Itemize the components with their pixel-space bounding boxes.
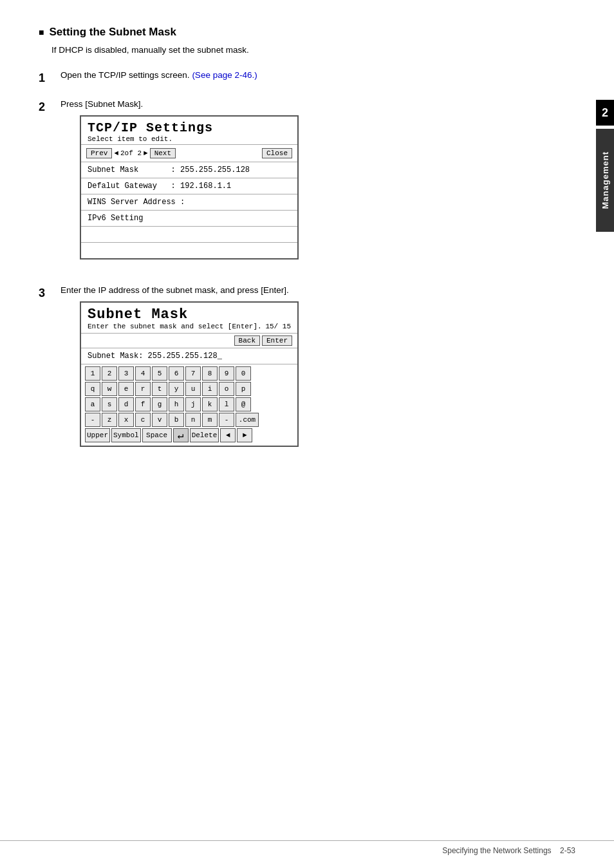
- kb-key-m[interactable]: m: [202, 413, 218, 427]
- kb-key-t[interactable]: t: [152, 382, 167, 396]
- subnet-counter: 15/ 15: [265, 323, 291, 330]
- kb-key-u[interactable]: u: [185, 382, 201, 396]
- page-container: 2 Management Setting the Subnet Mask If …: [0, 0, 614, 868]
- kb-key-dotcom[interactable]: .com: [236, 413, 259, 427]
- kb-key-symbol[interactable]: Symbol: [111, 428, 141, 442]
- kb-key-3[interactable]: 3: [118, 366, 134, 381]
- tcpip-page-info: 2of 2: [120, 149, 142, 157]
- step-2-content: Press [Subnet Mask]. TCP/IP Settings Sel…: [60, 99, 575, 272]
- step-1-text: Open the TCP/IP settings screen. (See pa…: [60, 70, 575, 80]
- subnet-subtitle: Enter the subnet mask and select [Enter]…: [88, 323, 262, 330]
- kb-key-q[interactable]: q: [85, 382, 100, 396]
- tcpip-arrow-right: ►: [144, 149, 148, 157]
- kb-key-at[interactable]: @: [236, 397, 251, 411]
- footer-left: [39, 846, 442, 855]
- kb-key-r[interactable]: r: [135, 382, 151, 396]
- kb-key-arrow-left[interactable]: ◄: [220, 428, 236, 442]
- kb-key-2[interactable]: 2: [102, 366, 117, 381]
- kb-key-f[interactable]: f: [135, 397, 151, 411]
- step-3-content: Enter the IP address of the subnet mask,…: [60, 285, 575, 460]
- step-1-number: 1: [39, 71, 51, 85]
- tcpip-screen-mockup: TCP/IP Settings Select item to edit. Pre…: [80, 115, 299, 259]
- tcpip-row-empty2: [81, 243, 297, 258]
- kb-key-a[interactable]: a: [85, 397, 100, 411]
- kb-key-9[interactable]: 9: [219, 366, 234, 381]
- kb-key-j[interactable]: j: [185, 397, 201, 411]
- tcpip-row-gateway[interactable]: Defalut Gateway : 192.168.1.1: [81, 178, 297, 194]
- kb-key-5[interactable]: 5: [152, 366, 167, 381]
- kb-key-z[interactable]: z: [102, 413, 117, 427]
- tcpip-subtitle: Select item to edit.: [88, 135, 291, 143]
- side-tab: Management: [596, 129, 614, 232]
- kb-key-y[interactable]: y: [169, 382, 184, 396]
- subnet-back-btn[interactable]: Back: [234, 335, 260, 346]
- kb-row-asdf: a s d f g h j k l @: [85, 397, 293, 411]
- kb-enter-icon[interactable]: ↵: [173, 428, 189, 442]
- kb-key-x[interactable]: x: [118, 413, 134, 427]
- tcpip-row-ipv6[interactable]: IPv6 Setting: [81, 211, 297, 227]
- kb-key-b[interactable]: b: [169, 413, 184, 427]
- side-tab-label: Management: [600, 151, 610, 209]
- tcpip-row-subnet[interactable]: Subnet Mask : 255.255.255.128: [81, 162, 297, 178]
- subnet-enter-btn[interactable]: Enter: [262, 335, 292, 346]
- kb-key-0[interactable]: 0: [236, 366, 251, 381]
- step-3-number: 3: [39, 287, 51, 300]
- kb-key-n[interactable]: n: [185, 413, 201, 427]
- tcpip-next-btn[interactable]: Next: [150, 148, 176, 158]
- tcpip-row-wins[interactable]: WINS Server Address :: [81, 194, 297, 211]
- subnet-btn-row: Back Enter: [81, 333, 297, 348]
- step-1-link[interactable]: (See page 2-46.): [192, 70, 257, 80]
- keyboard: 1 2 3 4 5 6 7 8 9 0 q w: [81, 364, 297, 446]
- kb-key-delete[interactable]: Delete: [190, 428, 219, 442]
- kb-key-1[interactable]: 1: [85, 366, 100, 381]
- tcpip-close-btn[interactable]: Close: [262, 148, 292, 158]
- step-1-content: Open the TCP/IP settings screen. (See pa…: [60, 70, 575, 86]
- kb-key-dash2[interactable]: -: [219, 413, 234, 427]
- subnet-screen-mockup: Subnet Mask Enter the subnet mask and se…: [80, 301, 299, 447]
- step-3: 3 Enter the IP address of the subnet mas…: [39, 285, 575, 460]
- kb-key-w[interactable]: w: [102, 382, 117, 396]
- kb-key-s[interactable]: s: [102, 397, 117, 411]
- kb-key-dash[interactable]: -: [85, 413, 100, 427]
- kb-row-numbers: 1 2 3 4 5 6 7 8 9 0: [85, 366, 293, 381]
- kb-key-i[interactable]: i: [202, 382, 218, 396]
- page-footer: Specifying the Network Settings 2-53: [0, 840, 614, 855]
- step-2: 2 Press [Subnet Mask]. TCP/IP Settings S…: [39, 99, 575, 272]
- tcpip-title: TCP/IP Settings: [88, 120, 291, 135]
- kb-key-4[interactable]: 4: [135, 366, 151, 381]
- kb-key-k[interactable]: k: [202, 397, 218, 411]
- tcpip-row-empty1: [81, 227, 297, 243]
- section-description: If DHCP is disabled, manually set the su…: [51, 45, 575, 55]
- kb-key-d[interactable]: d: [118, 397, 134, 411]
- kb-row-zxcv: - z x c v b n m - .com: [85, 413, 293, 427]
- subnet-title: Subnet Mask: [81, 303, 297, 323]
- kb-bottom-row: Upper Symbol Space ↵ Delete ◄ ►: [85, 428, 293, 442]
- kb-key-space[interactable]: Space: [142, 428, 172, 442]
- step-3-text: Enter the IP address of the subnet mask,…: [60, 285, 575, 295]
- tcpip-prev-btn[interactable]: Prev: [86, 148, 112, 158]
- tcpip-nav-row: Prev ◄ 2of 2 ► Next Close: [81, 144, 297, 162]
- subnet-subtitle-row: Enter the subnet mask and select [Enter]…: [81, 323, 297, 333]
- kb-key-h[interactable]: h: [169, 397, 184, 411]
- kb-key-o[interactable]: o: [219, 382, 234, 396]
- subnet-value-display: Subnet Mask: 255.255.255.128_: [81, 348, 297, 364]
- tcpip-arrow-left: ◄: [114, 149, 118, 157]
- tcpip-title-bar: TCP/IP Settings Select item to edit.: [81, 117, 297, 144]
- kb-key-6[interactable]: 6: [169, 366, 184, 381]
- step-2-number: 2: [39, 100, 51, 114]
- kb-row-qwerty: q w e r t y u i o p: [85, 382, 293, 396]
- kb-key-8[interactable]: 8: [202, 366, 218, 381]
- kb-key-l[interactable]: l: [219, 397, 234, 411]
- kb-key-p[interactable]: p: [236, 382, 251, 396]
- kb-key-7[interactable]: 7: [185, 366, 201, 381]
- footer-text: Specifying the Network Settings 2-53: [442, 846, 575, 855]
- side-tab-number: 2: [596, 100, 614, 126]
- kb-key-upper[interactable]: Upper: [85, 428, 110, 442]
- step-2-text: Press [Subnet Mask].: [60, 99, 575, 109]
- kb-key-g[interactable]: g: [152, 397, 167, 411]
- kb-key-arrow-right[interactable]: ►: [237, 428, 252, 442]
- kb-key-c[interactable]: c: [135, 413, 151, 427]
- kb-key-e[interactable]: e: [118, 382, 134, 396]
- section-heading: Setting the Subnet Mask: [39, 26, 575, 39]
- kb-key-v[interactable]: v: [152, 413, 167, 427]
